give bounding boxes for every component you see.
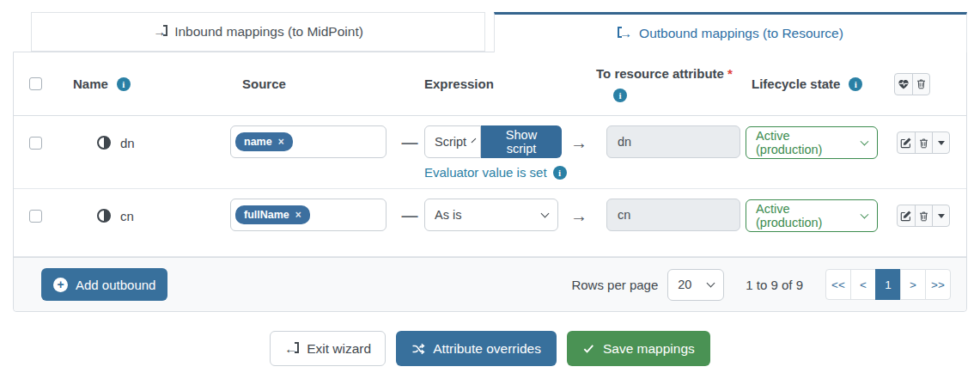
dash-separator-icon: —: [402, 133, 418, 152]
pagination-next-button[interactable]: >: [900, 269, 926, 300]
required-marker: *: [727, 66, 733, 81]
evaluator-value-link[interactable]: Evaluator value is set i: [424, 165, 562, 180]
table-header-row: Name i Source Expression To resource att…: [14, 52, 966, 116]
chevron-down-icon: [861, 210, 869, 218]
pagination-page-1-button[interactable]: 1: [875, 269, 901, 300]
mapping-row-cn: cn fullName × — As is → cn Active (produ…: [14, 189, 966, 257]
show-script-button[interactable]: Show script: [481, 125, 562, 158]
sign-out-icon: →: [618, 26, 632, 41]
tab-inbound-mappings[interactable]: → Inbound mappings (to MidPoint): [31, 12, 485, 52]
exit-icon: ←: [284, 341, 299, 357]
mapping-row-dn: dn name × — Script Show script Evaluator…: [14, 116, 966, 189]
rows-per-page-label: Rows per page: [571, 278, 658, 292]
exit-wizard-button[interactable]: ← Exit wizard: [270, 331, 386, 366]
half-circle-icon: [97, 136, 111, 150]
page-size-select[interactable]: 20: [667, 269, 724, 301]
row-checkbox[interactable]: [29, 210, 42, 223]
target-attribute-input-disabled: dn: [606, 125, 740, 158]
expression-type-select[interactable]: As is: [424, 199, 558, 231]
chip-remove-icon[interactable]: ×: [295, 209, 301, 221]
source-column-header: Source: [227, 76, 395, 91]
pagination-prev-button[interactable]: <: [850, 269, 876, 300]
caret-down-icon: [938, 214, 945, 218]
lifecycle-select[interactable]: Active (production): [746, 126, 878, 159]
more-actions-button[interactable]: [932, 131, 950, 154]
tab-outbound-label: Outbound mappings (to Resource): [639, 26, 843, 41]
dash-separator-icon: —: [402, 206, 418, 225]
edit-row-button[interactable]: [897, 205, 916, 227]
check-icon: [582, 342, 595, 355]
wizard-action-bar: ← Exit wizard Attribute overrides Save m…: [0, 331, 980, 366]
half-circle-icon: [97, 209, 111, 223]
mapping-tabs: → Inbound mappings (to MidPoint) → Outbo…: [0, 0, 980, 52]
bulk-lifecycle-button[interactable]: [894, 73, 913, 95]
target-info-icon[interactable]: i: [613, 89, 627, 102]
chevron-down-icon: [472, 138, 477, 143]
attribute-overrides-button[interactable]: Attribute overrides: [396, 331, 557, 366]
trash-icon: [916, 78, 927, 89]
mapping-name: dn: [120, 136, 135, 150]
plus-circle-icon: +: [53, 278, 68, 292]
pagination-first-button[interactable]: <<: [825, 269, 851, 300]
trash-icon: [918, 138, 929, 149]
more-actions-button[interactable]: [932, 205, 950, 227]
edit-icon: [900, 137, 912, 149]
chevron-down-icon: [707, 278, 715, 287]
source-chip[interactable]: fullName ×: [235, 205, 310, 224]
chevron-down-icon: [861, 137, 869, 145]
source-input[interactable]: name ×: [230, 125, 387, 158]
bulk-delete-button[interactable]: [912, 73, 930, 95]
sign-in-icon: →: [153, 24, 167, 40]
lifecycle-info-icon[interactable]: i: [849, 77, 862, 91]
lifecycle-select[interactable]: Active (production): [746, 199, 878, 232]
mapping-name: cn: [120, 209, 134, 223]
name-info-icon[interactable]: i: [117, 77, 131, 91]
shuffle-icon: [411, 342, 425, 356]
select-all-checkbox[interactable]: [29, 77, 42, 90]
trash-icon: [918, 211, 929, 222]
row-checkbox[interactable]: [29, 137, 42, 150]
tab-outbound-mappings[interactable]: → Outbound mappings (to Resource): [494, 12, 967, 52]
edit-row-button[interactable]: [897, 131, 916, 154]
expression-type-select[interactable]: Script: [424, 125, 481, 158]
delete-row-button[interactable]: [915, 131, 933, 154]
arrow-right-icon: →: [570, 133, 587, 153]
edit-icon: [900, 210, 912, 222]
source-chip[interactable]: name ×: [235, 132, 293, 151]
lifecycle-column-header: Lifecycle state: [752, 76, 840, 91]
save-mappings-button[interactable]: Save mappings: [567, 331, 710, 366]
tab-inbound-label: Inbound mappings (to MidPoint): [174, 24, 363, 40]
caret-down-icon: [938, 141, 945, 145]
heart-pulse-icon: [898, 78, 910, 90]
row-count-text: 1 to 9 of 9: [746, 278, 803, 292]
chip-remove-icon[interactable]: ×: [278, 136, 284, 148]
chevron-down-icon: [541, 209, 550, 217]
evaluator-info-icon[interactable]: i: [553, 166, 567, 180]
arrow-right-icon: →: [570, 206, 587, 226]
source-input[interactable]: fullName ×: [230, 199, 387, 231]
name-column-header: Name: [73, 76, 108, 91]
pagination: << < 1 > >>: [825, 269, 951, 300]
expression-column-header: Expression: [424, 76, 562, 91]
add-outbound-button[interactable]: + Add outbound: [41, 268, 167, 301]
target-column-header: To resource attribute* i: [596, 66, 740, 102]
table-footer: + Add outbound Rows per page 20 1 to 9 o…: [14, 257, 966, 311]
delete-row-button[interactable]: [915, 205, 933, 227]
outbound-mappings-table: Name i Source Expression To resource att…: [13, 52, 967, 312]
target-attribute-input-disabled: cn: [606, 199, 740, 231]
pagination-last-button[interactable]: >>: [925, 269, 951, 300]
